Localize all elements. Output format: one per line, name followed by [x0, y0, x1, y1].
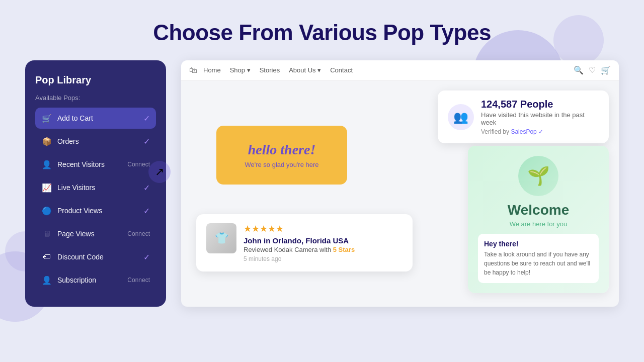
sidebar-item-recent-visitors[interactable]: 👤 Recent Visitors Connect	[35, 154, 156, 175]
cursor-indicator: ↗	[148, 161, 171, 183]
review-rating-highlight: 5 Stars	[333, 246, 355, 253]
hello-title: hello there!	[234, 142, 329, 158]
live-visitors-icon: 📈	[41, 182, 52, 193]
sidebar-item-live-visitors[interactable]: 📈 Live Visitors ✓	[35, 177, 156, 198]
orders-icon: 📦	[41, 136, 52, 147]
connect-label: Connect	[127, 161, 150, 168]
connect-label: Connect	[127, 277, 150, 284]
check-icon: ✓	[143, 252, 150, 262]
hey-there-card: Hey there! Take a look around and if you…	[478, 234, 599, 283]
browser-nav: Home Shop ▾ Stories About Us ▾ Contact	[203, 66, 568, 74]
browser-mockup: 🛍 Home Shop ▾ Stories About Us ▾ Contact…	[181, 60, 619, 307]
sidebar-item-product-views[interactable]: 🔵 Product Views ✓	[35, 200, 156, 221]
visitors-notification: 👥 124,587 People Have visited this websi…	[438, 90, 609, 143]
browser-nav-bar: 🛍 Home Shop ▾ Stories About Us ▾ Contact…	[181, 60, 619, 80]
check-icon: ✓	[143, 114, 150, 123]
sidebar-item-label: Live Visitors	[57, 184, 138, 192]
available-pops-label: Available Pops:	[35, 94, 156, 102]
browser-content: 👥 124,587 People Have visited this websi…	[181, 80, 619, 302]
nav-home[interactable]: Home	[203, 66, 221, 74]
welcome-card: 🌱 Welcome We are here for you Hey there!…	[468, 146, 609, 293]
sidebar-item-label: Subscription	[57, 276, 122, 284]
cursor-arrow-icon: ↗	[155, 165, 164, 178]
review-stars: ★★★★★	[244, 223, 355, 234]
pop-library-panel: Pop Library Available Pops: 🛒 Add to Car…	[25, 60, 166, 307]
discount-code-icon: 🏷	[41, 251, 52, 262]
review-product-image: 👕	[206, 223, 236, 253]
sidebar-item-add-to-cart[interactable]: 🛒 Add to Cart ✓	[35, 108, 156, 129]
recent-visitors-icon: 👤	[41, 159, 52, 170]
search-icon[interactable]: 🔍	[574, 65, 584, 75]
check-icon: ✓	[143, 183, 150, 193]
hey-there-title: Hey there!	[484, 240, 593, 248]
cart-icon[interactable]: 🛒	[601, 65, 611, 75]
check-icon: ✓	[143, 206, 150, 216]
nav-stories[interactable]: Stories	[260, 66, 280, 74]
subscription-icon: 👤	[41, 275, 52, 286]
review-product-text: Reviewed Kodak Camera with 5 Stars	[244, 246, 355, 253]
browser-actions: 🔍 ♡ 🛒	[574, 65, 611, 75]
connect-label: Connect	[127, 230, 150, 237]
nav-about[interactable]: About Us ▾	[289, 66, 321, 74]
plant-icon: 🌱	[518, 156, 558, 196]
nav-contact[interactable]: Contact	[330, 66, 353, 74]
welcome-subtitle: We are here for you	[478, 220, 599, 228]
review-details: ★★★★★ John in Orlando, Florida USA Revie…	[244, 223, 355, 262]
sidebar-item-label: Product Views	[57, 207, 138, 215]
cursor-ring: ↗	[148, 161, 171, 183]
sidebar-item-orders[interactable]: 📦 Orders ✓	[35, 131, 156, 152]
sidebar-item-label: Add to Cart	[57, 114, 138, 122]
sidebar-item-label: Recent Visitors	[57, 160, 122, 168]
nav-shop[interactable]: Shop ▾	[230, 66, 251, 74]
pop-library-title: Pop Library	[35, 74, 156, 86]
cart-icon: 🛒	[41, 113, 52, 124]
hello-subtitle: We're so glad you're here	[234, 161, 329, 168]
hello-there-card: hello there! We're so glad you're here	[216, 126, 347, 185]
main-content: Pop Library Available Pops: 🛒 Add to Car…	[0, 45, 644, 317]
page-title: Choose From Various Pop Types	[0, 0, 644, 45]
visitors-info: 124,587 People Have visited this website…	[481, 99, 599, 135]
browser-store-icon: 🛍	[189, 66, 197, 75]
review-time: 5 minutes ago	[244, 255, 355, 262]
product-views-icon: 🔵	[41, 205, 52, 216]
reviewer-name: John in Orlando, Florida USA	[244, 236, 355, 245]
visitors-icon-wrapper: 👥	[448, 104, 474, 130]
review-card: 👕 ★★★★★ John in Orlando, Florida USA Rev…	[196, 214, 413, 272]
visitors-count: 124,587 People	[481, 99, 599, 110]
wishlist-icon[interactable]: ♡	[589, 65, 596, 75]
sidebar-item-label: Discount Code	[57, 253, 138, 261]
welcome-title: Welcome	[478, 202, 599, 218]
sidebar-item-subscription[interactable]: 👤 Subscription Connect	[35, 269, 156, 291]
check-icon: ✓	[143, 137, 150, 146]
salespop-link[interactable]: SalesPop ✓	[511, 128, 543, 135]
sidebar-item-discount-code[interactable]: 🏷 Discount Code ✓	[35, 246, 156, 267]
sidebar-item-page-views[interactable]: 🖥 Page Views Connect	[35, 223, 156, 244]
visitors-people-icon: 👥	[453, 110, 468, 124]
visitors-verified: Verified by SalesPop ✓	[481, 128, 599, 135]
page-views-icon: 🖥	[41, 228, 52, 239]
sidebar-item-label: Page Views	[57, 230, 122, 238]
sidebar-item-label: Orders	[57, 137, 138, 145]
visitors-description: Have visited this website in the past we…	[481, 111, 599, 126]
hey-there-text: Take a look around and if you have any q…	[484, 250, 593, 277]
